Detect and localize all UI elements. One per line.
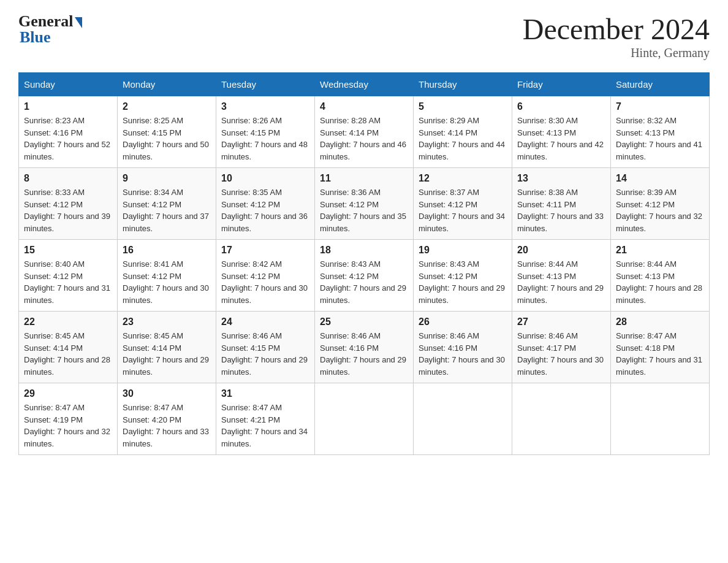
day-info: Sunrise: 8:46 AM Sunset: 4:16 PM Dayligh… <box>419 330 507 378</box>
calendar-cell: 11 Sunrise: 8:36 AM Sunset: 4:12 PM Dayl… <box>315 168 414 240</box>
day-info: Sunrise: 8:37 AM Sunset: 4:12 PM Dayligh… <box>419 186 507 234</box>
calendar-cell: 4 Sunrise: 8:28 AM Sunset: 4:14 PM Dayli… <box>315 96 414 168</box>
day-info: Sunrise: 8:34 AM Sunset: 4:12 PM Dayligh… <box>123 186 211 234</box>
calendar-cell: 6 Sunrise: 8:30 AM Sunset: 4:13 PM Dayli… <box>512 96 611 168</box>
day-info: Sunrise: 8:32 AM Sunset: 4:13 PM Dayligh… <box>616 115 704 163</box>
day-info: Sunrise: 8:45 AM Sunset: 4:14 PM Dayligh… <box>24 330 112 378</box>
calendar-cell: 16 Sunrise: 8:41 AM Sunset: 4:12 PM Dayl… <box>118 240 216 312</box>
calendar-week-row: 1 Sunrise: 8:23 AM Sunset: 4:16 PM Dayli… <box>19 96 710 168</box>
title-block: December 2024 Hinte, Germany <box>523 12 710 60</box>
day-number: 4 <box>320 101 408 112</box>
calendar-cell: 9 Sunrise: 8:34 AM Sunset: 4:12 PM Dayli… <box>118 168 216 240</box>
calendar-week-row: 15 Sunrise: 8:40 AM Sunset: 4:12 PM Dayl… <box>19 240 710 312</box>
calendar-cell: 22 Sunrise: 8:45 AM Sunset: 4:14 PM Dayl… <box>19 312 118 383</box>
calendar-cell: 3 Sunrise: 8:26 AM Sunset: 4:15 PM Dayli… <box>216 96 315 168</box>
day-number: 30 <box>123 388 211 399</box>
day-number: 28 <box>616 316 704 327</box>
day-number: 2 <box>123 101 211 112</box>
day-number: 18 <box>320 245 408 256</box>
calendar-cell: 29 Sunrise: 8:47 AM Sunset: 4:19 PM Dayl… <box>19 383 118 455</box>
weekday-header-wednesday: Wednesday <box>315 73 414 96</box>
day-info: Sunrise: 8:41 AM Sunset: 4:12 PM Dayligh… <box>123 258 211 306</box>
day-number: 10 <box>221 173 309 184</box>
calendar-cell: 7 Sunrise: 8:32 AM Sunset: 4:13 PM Dayli… <box>611 96 710 168</box>
day-number: 19 <box>419 245 507 256</box>
calendar-cell: 26 Sunrise: 8:46 AM Sunset: 4:16 PM Dayl… <box>414 312 512 383</box>
day-info: Sunrise: 8:42 AM Sunset: 4:12 PM Dayligh… <box>221 258 309 306</box>
calendar-cell: 20 Sunrise: 8:44 AM Sunset: 4:13 PM Dayl… <box>512 240 611 312</box>
weekday-header-sunday: Sunday <box>19 73 118 96</box>
calendar-cell: 14 Sunrise: 8:39 AM Sunset: 4:12 PM Dayl… <box>611 168 710 240</box>
day-info: Sunrise: 8:46 AM Sunset: 4:15 PM Dayligh… <box>221 330 309 378</box>
day-number: 13 <box>517 173 605 184</box>
calendar-cell: 23 Sunrise: 8:45 AM Sunset: 4:14 PM Dayl… <box>118 312 216 383</box>
calendar-week-row: 29 Sunrise: 8:47 AM Sunset: 4:19 PM Dayl… <box>19 383 710 455</box>
calendar-cell: 25 Sunrise: 8:46 AM Sunset: 4:16 PM Dayl… <box>315 312 414 383</box>
day-number: 22 <box>24 316 112 327</box>
day-info: Sunrise: 8:38 AM Sunset: 4:11 PM Dayligh… <box>517 186 605 234</box>
calendar-cell: 12 Sunrise: 8:37 AM Sunset: 4:12 PM Dayl… <box>414 168 512 240</box>
day-number: 5 <box>419 101 507 112</box>
day-info: Sunrise: 8:23 AM Sunset: 4:16 PM Dayligh… <box>24 115 112 163</box>
day-info: Sunrise: 8:45 AM Sunset: 4:14 PM Dayligh… <box>123 330 211 378</box>
day-info: Sunrise: 8:36 AM Sunset: 4:12 PM Dayligh… <box>320 186 408 234</box>
day-info: Sunrise: 8:44 AM Sunset: 4:13 PM Dayligh… <box>517 258 605 306</box>
calendar-cell: 2 Sunrise: 8:25 AM Sunset: 4:15 PM Dayli… <box>118 96 216 168</box>
calendar-table: SundayMondayTuesdayWednesdayThursdayFrid… <box>18 72 710 455</box>
day-number: 1 <box>24 101 112 112</box>
day-number: 23 <box>123 316 211 327</box>
day-number: 17 <box>221 245 309 256</box>
day-number: 25 <box>320 316 408 327</box>
month-title: December 2024 <box>523 12 710 46</box>
calendar-cell <box>611 383 710 455</box>
calendar-cell: 8 Sunrise: 8:33 AM Sunset: 4:12 PM Dayli… <box>19 168 118 240</box>
day-number: 16 <box>123 245 211 256</box>
day-info: Sunrise: 8:43 AM Sunset: 4:12 PM Dayligh… <box>419 258 507 306</box>
day-number: 20 <box>517 245 605 256</box>
calendar-cell: 24 Sunrise: 8:46 AM Sunset: 4:15 PM Dayl… <box>216 312 315 383</box>
day-number: 14 <box>616 173 704 184</box>
day-info: Sunrise: 8:26 AM Sunset: 4:15 PM Dayligh… <box>221 115 309 163</box>
day-info: Sunrise: 8:40 AM Sunset: 4:12 PM Dayligh… <box>24 258 112 306</box>
calendar-cell: 17 Sunrise: 8:42 AM Sunset: 4:12 PM Dayl… <box>216 240 315 312</box>
calendar-cell: 27 Sunrise: 8:46 AM Sunset: 4:17 PM Dayl… <box>512 312 611 383</box>
calendar-cell: 15 Sunrise: 8:40 AM Sunset: 4:12 PM Dayl… <box>19 240 118 312</box>
day-number: 21 <box>616 245 704 256</box>
day-info: Sunrise: 8:47 AM Sunset: 4:19 PM Dayligh… <box>24 402 112 450</box>
calendar-cell: 28 Sunrise: 8:47 AM Sunset: 4:18 PM Dayl… <box>611 312 710 383</box>
weekday-header-thursday: Thursday <box>414 73 512 96</box>
calendar-cell: 21 Sunrise: 8:44 AM Sunset: 4:13 PM Dayl… <box>611 240 710 312</box>
day-number: 24 <box>221 316 309 327</box>
day-number: 7 <box>616 101 704 112</box>
day-info: Sunrise: 8:29 AM Sunset: 4:14 PM Dayligh… <box>419 115 507 163</box>
weekday-header-monday: Monday <box>118 73 216 96</box>
day-number: 15 <box>24 245 112 256</box>
day-number: 11 <box>320 173 408 184</box>
location-label: Hinte, Germany <box>523 46 710 60</box>
day-number: 3 <box>221 101 309 112</box>
day-info: Sunrise: 8:46 AM Sunset: 4:17 PM Dayligh… <box>517 330 605 378</box>
calendar-cell <box>315 383 414 455</box>
calendar-cell: 31 Sunrise: 8:47 AM Sunset: 4:21 PM Dayl… <box>216 383 315 455</box>
day-info: Sunrise: 8:46 AM Sunset: 4:16 PM Dayligh… <box>320 330 408 378</box>
logo-arrow-icon <box>75 17 82 28</box>
calendar-cell: 5 Sunrise: 8:29 AM Sunset: 4:14 PM Dayli… <box>414 96 512 168</box>
day-info: Sunrise: 8:28 AM Sunset: 4:14 PM Dayligh… <box>320 115 408 163</box>
day-number: 26 <box>419 316 507 327</box>
day-info: Sunrise: 8:39 AM Sunset: 4:12 PM Dayligh… <box>616 186 704 234</box>
calendar-cell <box>414 383 512 455</box>
weekday-header-friday: Friday <box>512 73 611 96</box>
weekday-header-saturday: Saturday <box>611 73 710 96</box>
day-info: Sunrise: 8:47 AM Sunset: 4:18 PM Dayligh… <box>616 330 704 378</box>
calendar-cell <box>512 383 611 455</box>
day-number: 8 <box>24 173 112 184</box>
calendar-cell: 10 Sunrise: 8:35 AM Sunset: 4:12 PM Dayl… <box>216 168 315 240</box>
day-info: Sunrise: 8:25 AM Sunset: 4:15 PM Dayligh… <box>123 115 211 163</box>
day-info: Sunrise: 8:43 AM Sunset: 4:12 PM Dayligh… <box>320 258 408 306</box>
page-header: General Blue December 2024 Hinte, German… <box>18 12 710 60</box>
logo-blue-text: Blue <box>20 28 51 47</box>
calendar-cell: 30 Sunrise: 8:47 AM Sunset: 4:20 PM Dayl… <box>118 383 216 455</box>
calendar-week-row: 22 Sunrise: 8:45 AM Sunset: 4:14 PM Dayl… <box>19 312 710 383</box>
day-info: Sunrise: 8:30 AM Sunset: 4:13 PM Dayligh… <box>517 115 605 163</box>
calendar-cell: 1 Sunrise: 8:23 AM Sunset: 4:16 PM Dayli… <box>19 96 118 168</box>
